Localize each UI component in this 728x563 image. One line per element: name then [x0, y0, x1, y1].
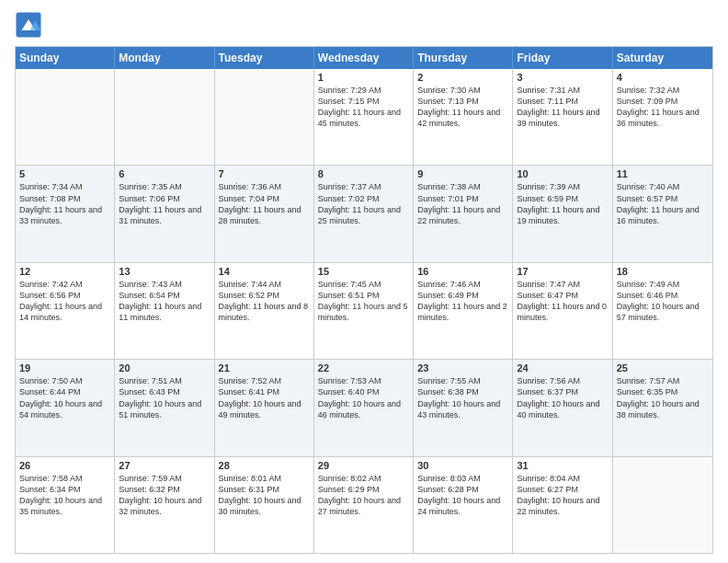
day-number: 24 — [517, 362, 608, 373]
day-number: 21 — [219, 362, 310, 373]
cell-info: Sunrise: 7:53 AM Sunset: 6:40 PM Dayligh… — [318, 375, 409, 420]
day-number: 22 — [318, 362, 409, 373]
cell-info: Sunrise: 7:51 AM Sunset: 6:43 PM Dayligh… — [119, 375, 210, 420]
cal-cell-day-11: 11Sunrise: 7:40 AM Sunset: 6:57 PM Dayli… — [613, 166, 712, 261]
cal-cell-day-24: 24Sunrise: 7:56 AM Sunset: 6:37 PM Dayli… — [513, 360, 612, 455]
day-number: 16 — [417, 266, 508, 277]
day-number: 19 — [19, 362, 110, 373]
day-number: 27 — [119, 460, 210, 471]
cal-cell-day-16: 16Sunrise: 7:46 AM Sunset: 6:49 PM Dayli… — [414, 263, 513, 359]
cal-cell-day-8: 8Sunrise: 7:37 AM Sunset: 7:02 PM Daylig… — [314, 166, 414, 261]
cell-info: Sunrise: 8:03 AM Sunset: 6:28 PM Dayligh… — [417, 473, 508, 518]
cal-cell-day-21: 21Sunrise: 7:52 AM Sunset: 6:41 PM Dayli… — [215, 360, 314, 455]
day-number: 14 — [219, 266, 310, 277]
cal-row-1: 5Sunrise: 7:34 AM Sunset: 7:08 PM Daylig… — [16, 165, 712, 261]
day-number: 3 — [517, 72, 608, 83]
cal-cell-day-4: 4Sunrise: 7:32 AM Sunset: 7:09 PM Daylig… — [613, 69, 712, 165]
cal-cell-day-19: 19Sunrise: 7:50 AM Sunset: 6:44 PM Dayli… — [16, 360, 115, 455]
cal-cell-day-18: 18Sunrise: 7:49 AM Sunset: 6:46 PM Dayli… — [613, 263, 712, 359]
cell-info: Sunrise: 7:56 AM Sunset: 6:37 PM Dayligh… — [517, 375, 608, 420]
cal-cell-day-14: 14Sunrise: 7:44 AM Sunset: 6:52 PM Dayli… — [215, 263, 314, 359]
day-number: 1 — [318, 72, 409, 83]
cal-cell-day-27: 27Sunrise: 7:59 AM Sunset: 6:32 PM Dayli… — [115, 457, 214, 553]
day-number: 23 — [417, 362, 508, 373]
cell-info: Sunrise: 7:43 AM Sunset: 6:54 PM Dayligh… — [119, 279, 210, 324]
header-cell-wednesday: Wednesday — [314, 47, 414, 69]
day-number: 15 — [318, 266, 409, 277]
cal-cell-day-10: 10Sunrise: 7:39 AM Sunset: 6:59 PM Dayli… — [513, 166, 612, 261]
cell-info: Sunrise: 7:35 AM Sunset: 7:06 PM Dayligh… — [119, 181, 210, 226]
day-number: 29 — [318, 460, 409, 471]
cell-info: Sunrise: 7:45 AM Sunset: 6:51 PM Dayligh… — [318, 279, 409, 324]
cell-info: Sunrise: 7:57 AM Sunset: 6:35 PM Dayligh… — [617, 375, 709, 420]
cal-cell-day-12: 12Sunrise: 7:42 AM Sunset: 6:56 PM Dayli… — [16, 263, 115, 359]
cell-info: Sunrise: 7:47 AM Sunset: 6:47 PM Dayligh… — [517, 279, 608, 324]
day-number: 8 — [318, 168, 409, 179]
cal-cell-empty — [115, 69, 214, 165]
cal-cell-day-9: 9Sunrise: 7:38 AM Sunset: 7:01 PM Daylig… — [414, 166, 513, 261]
calendar-body: 1Sunrise: 7:29 AM Sunset: 7:15 PM Daylig… — [16, 69, 712, 553]
cal-cell-day-17: 17Sunrise: 7:47 AM Sunset: 6:47 PM Dayli… — [513, 263, 612, 359]
cal-cell-empty — [613, 457, 712, 553]
cal-row-2: 12Sunrise: 7:42 AM Sunset: 6:56 PM Dayli… — [16, 262, 712, 359]
cal-cell-day-3: 3Sunrise: 7:31 AM Sunset: 7:11 PM Daylig… — [513, 69, 612, 165]
header-cell-thursday: Thursday — [414, 47, 513, 69]
cal-cell-day-20: 20Sunrise: 7:51 AM Sunset: 6:43 PM Dayli… — [115, 360, 214, 455]
day-number: 6 — [119, 168, 210, 179]
cell-info: Sunrise: 7:34 AM Sunset: 7:08 PM Dayligh… — [19, 181, 110, 226]
cal-cell-day-22: 22Sunrise: 7:53 AM Sunset: 6:40 PM Dayli… — [314, 360, 414, 455]
cell-info: Sunrise: 7:32 AM Sunset: 7:09 PM Dayligh… — [617, 85, 709, 130]
calendar-header-row: SundayMondayTuesdayWednesdayThursdayFrid… — [16, 47, 712, 69]
header-cell-monday: Monday — [115, 47, 214, 69]
cell-info: Sunrise: 7:37 AM Sunset: 7:02 PM Dayligh… — [318, 181, 409, 226]
logo — [15, 11, 46, 39]
cell-info: Sunrise: 7:30 AM Sunset: 7:13 PM Dayligh… — [417, 85, 508, 130]
day-number: 20 — [119, 362, 210, 373]
header-cell-saturday: Saturday — [613, 47, 712, 69]
cell-info: Sunrise: 7:59 AM Sunset: 6:32 PM Dayligh… — [119, 473, 210, 518]
cal-cell-day-1: 1Sunrise: 7:29 AM Sunset: 7:15 PM Daylig… — [314, 69, 414, 165]
cell-info: Sunrise: 7:38 AM Sunset: 7:01 PM Dayligh… — [417, 181, 508, 226]
header-cell-friday: Friday — [513, 47, 612, 69]
day-number: 9 — [417, 168, 508, 179]
cal-row-4: 26Sunrise: 7:58 AM Sunset: 6:34 PM Dayli… — [16, 456, 712, 553]
cal-cell-day-13: 13Sunrise: 7:43 AM Sunset: 6:54 PM Dayli… — [115, 263, 214, 359]
cell-info: Sunrise: 7:58 AM Sunset: 6:34 PM Dayligh… — [19, 473, 110, 518]
page: SundayMondayTuesdayWednesdayThursdayFrid… — [0, 0, 728, 563]
cell-info: Sunrise: 7:36 AM Sunset: 7:04 PM Dayligh… — [219, 181, 310, 226]
cell-info: Sunrise: 7:50 AM Sunset: 6:44 PM Dayligh… — [19, 375, 110, 420]
cal-cell-day-28: 28Sunrise: 8:01 AM Sunset: 6:31 PM Dayli… — [215, 457, 314, 553]
cell-info: Sunrise: 7:42 AM Sunset: 6:56 PM Dayligh… — [19, 279, 110, 324]
cell-info: Sunrise: 7:39 AM Sunset: 6:59 PM Dayligh… — [517, 181, 608, 226]
header — [15, 11, 713, 39]
day-number: 2 — [417, 72, 508, 83]
calendar: SundayMondayTuesdayWednesdayThursdayFrid… — [15, 46, 713, 554]
day-number: 28 — [219, 460, 310, 471]
cell-info: Sunrise: 7:44 AM Sunset: 6:52 PM Dayligh… — [219, 279, 310, 324]
cal-cell-day-2: 2Sunrise: 7:30 AM Sunset: 7:13 PM Daylig… — [414, 69, 513, 165]
day-number: 13 — [119, 266, 210, 277]
cell-info: Sunrise: 7:31 AM Sunset: 7:11 PM Dayligh… — [517, 85, 608, 130]
day-number: 17 — [517, 266, 608, 277]
day-number: 10 — [517, 168, 608, 179]
day-number: 31 — [517, 460, 608, 471]
cal-cell-day-15: 15Sunrise: 7:45 AM Sunset: 6:51 PM Dayli… — [314, 263, 414, 359]
day-number: 4 — [617, 72, 709, 83]
cal-cell-empty — [215, 69, 314, 165]
cal-cell-day-29: 29Sunrise: 8:02 AM Sunset: 6:29 PM Dayli… — [314, 457, 414, 553]
cal-cell-day-23: 23Sunrise: 7:55 AM Sunset: 6:38 PM Dayli… — [414, 360, 513, 455]
header-cell-sunday: Sunday — [16, 47, 115, 69]
cal-cell-day-25: 25Sunrise: 7:57 AM Sunset: 6:35 PM Dayli… — [613, 360, 712, 455]
logo-icon — [15, 11, 42, 39]
day-number: 11 — [617, 168, 709, 179]
cell-info: Sunrise: 7:52 AM Sunset: 6:41 PM Dayligh… — [219, 375, 310, 420]
cell-info: Sunrise: 8:04 AM Sunset: 6:27 PM Dayligh… — [517, 473, 608, 518]
cell-info: Sunrise: 7:40 AM Sunset: 6:57 PM Dayligh… — [617, 181, 709, 226]
day-number: 26 — [19, 460, 110, 471]
cal-cell-empty — [16, 69, 115, 165]
day-number: 5 — [19, 168, 110, 179]
cal-cell-day-30: 30Sunrise: 8:03 AM Sunset: 6:28 PM Dayli… — [414, 457, 513, 553]
header-cell-tuesday: Tuesday — [215, 47, 314, 69]
day-number: 30 — [417, 460, 508, 471]
cell-info: Sunrise: 7:29 AM Sunset: 7:15 PM Dayligh… — [318, 85, 409, 130]
